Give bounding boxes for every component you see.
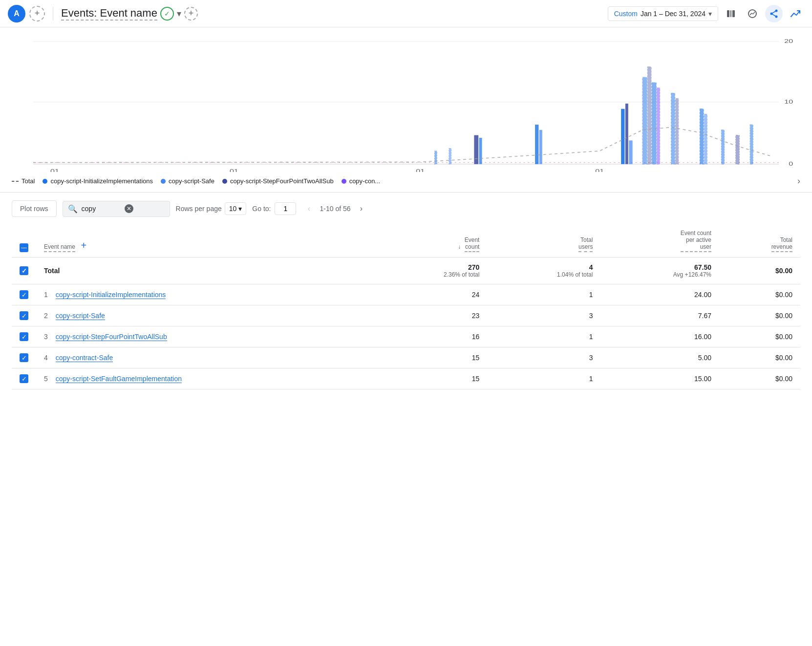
legend-dot-2: [161, 179, 166, 184]
svg-rect-1: [730, 10, 731, 17]
table-row: 3 copy-script-StepFourPointTwoAllSub 16 …: [12, 326, 800, 347]
legend-label-4: copy-con...: [349, 177, 381, 185]
goto-label: Go to:: [252, 205, 271, 213]
legend-item-4: copy-con...: [342, 177, 381, 185]
goto-input[interactable]: 1: [275, 202, 296, 215]
row2-event-name-link[interactable]: copy-script-Safe: [56, 312, 105, 320]
search-clear-button[interactable]: ✕: [125, 204, 133, 213]
row5-event-name-link[interactable]: copy-script-SetFaultGameImplementation: [56, 375, 182, 383]
view-toggle-button[interactable]: [722, 5, 740, 22]
row3-event-name-link[interactable]: copy-script-StepFourPointTwoAllSub: [56, 333, 167, 341]
table-area: Plot rows 🔍 ✕ Rows per page 10 ▾ Go to: …: [0, 193, 812, 397]
add-filter-button[interactable]: +: [184, 7, 198, 21]
svg-rect-31: [621, 109, 624, 164]
insights-button[interactable]: [744, 5, 761, 22]
legend-total-icon: [12, 181, 19, 182]
add-page-button[interactable]: +: [29, 6, 45, 22]
row5-checkbox[interactable]: [20, 374, 28, 383]
svg-line-10: [771, 14, 776, 17]
row4-rank: 4: [44, 354, 48, 362]
row3-checkbox[interactable]: [20, 332, 28, 341]
svg-rect-27: [474, 135, 478, 164]
row2-event-per-user: 7.67: [600, 305, 719, 326]
legend-label-1: copy-script-InitializeImplementations: [50, 177, 153, 185]
row2-total-users: 3: [487, 305, 600, 326]
svg-rect-28: [479, 138, 482, 164]
row4-checkbox[interactable]: [20, 353, 28, 362]
share-button[interactable]: [765, 5, 783, 22]
total-event-per-user-sub: Avg +126.47%: [608, 271, 711, 278]
row1-checkbox[interactable]: [20, 290, 28, 299]
row1-event-name-link[interactable]: copy-script-InitializeImplementations: [56, 291, 166, 299]
event-name-header-label: Event name: [44, 243, 75, 252]
page-title-area: Events: Event name ✓ ▾ +: [61, 7, 604, 21]
pagination-next-button[interactable]: ›: [355, 202, 368, 215]
row5-rank: 5: [44, 375, 48, 383]
row2-rank-cell: 2 copy-script-Safe: [36, 305, 374, 326]
row1-event-count: 24: [374, 284, 487, 305]
svg-rect-39: [676, 98, 679, 164]
legend-item-total: Total: [12, 177, 35, 185]
row4-event-name-link[interactable]: copy-contract-Safe: [56, 354, 113, 362]
select-all-checkbox[interactable]: [20, 243, 28, 252]
total-users-header-label: Totalusers: [578, 237, 593, 252]
row4-revenue: $0.00: [719, 347, 800, 368]
legend-item-1: copy-script-InitializeImplementations: [43, 177, 153, 185]
total-users-sub: 1.04% of total: [495, 271, 593, 278]
svg-rect-41: [704, 114, 707, 164]
row3-checkbox-cell: [12, 326, 36, 347]
row3-rank-cell: 3 copy-script-StepFourPointTwoAllSub: [36, 326, 374, 347]
event-count-per-user-header-label: Event countper activeuser: [681, 230, 711, 252]
header-event-name: Event name +: [36, 225, 374, 258]
pagination-prev-button[interactable]: ‹: [302, 202, 316, 215]
legend-expand-button[interactable]: ›: [797, 176, 800, 186]
add-column-button[interactable]: +: [81, 240, 86, 251]
pagination: ‹ 1-10 of 56 ›: [302, 202, 368, 215]
table-controls: Plot rows 🔍 ✕ Rows per page 10 ▾ Go to: …: [12, 200, 800, 217]
row2-revenue: $0.00: [719, 305, 800, 326]
row1-revenue: $0.00: [719, 284, 800, 305]
total-checkbox[interactable]: [20, 266, 28, 275]
rows-per-page-value: 10: [229, 205, 237, 213]
total-row: Total 270 2.36% of total 4 1.04% of tota…: [12, 258, 800, 284]
trend-button[interactable]: [787, 5, 804, 22]
svg-text:01: 01: [595, 168, 604, 172]
rows-per-page-select[interactable]: 10 ▾: [225, 202, 247, 215]
title-chevron-icon[interactable]: ▾: [177, 8, 181, 19]
row5-revenue: $0.00: [719, 368, 800, 389]
total-event-count-sub: 2.36% of total: [382, 271, 479, 278]
legend-total-label: Total: [21, 177, 35, 185]
total-users-cell: 4 1.04% of total: [487, 258, 600, 284]
svg-point-4: [750, 14, 751, 15]
svg-rect-46: [449, 149, 451, 164]
svg-rect-37: [657, 88, 660, 164]
search-box: 🔍 ✕: [63, 201, 170, 217]
row4-checkbox-cell: [12, 347, 36, 368]
total-event-count-cell: 270 2.36% of total: [374, 258, 487, 284]
total-event-count: 270: [468, 263, 479, 271]
row2-checkbox[interactable]: [20, 311, 28, 320]
legend-label-2: copy-script-Safe: [169, 177, 214, 185]
legend-dot-3: [222, 179, 227, 184]
svg-rect-36: [652, 83, 656, 164]
chart-area: 20 10 0 01 Jan 01 Apr 01 Jul 01 Oct: [0, 27, 812, 193]
row5-checkbox-cell: [12, 368, 36, 389]
plot-rows-button[interactable]: Plot rows: [12, 200, 57, 217]
total-revenue-cell: $0.00: [719, 258, 800, 284]
svg-rect-0: [727, 10, 729, 17]
row1-event-per-user: 24.00: [600, 284, 719, 305]
search-input[interactable]: [82, 205, 121, 213]
svg-rect-45: [435, 151, 437, 164]
row3-rank: 3: [44, 333, 48, 341]
svg-text:10: 10: [784, 98, 793, 105]
legend-item-3: copy-script-StepFourPointTwoAllSub: [222, 177, 334, 185]
sort-down-icon: ↓: [458, 243, 461, 250]
rows-per-page-chevron-icon: ▾: [238, 205, 242, 213]
total-event-per-user-cell: 67.50 Avg +126.47%: [600, 258, 719, 284]
row5-event-per-user: 15.00: [600, 368, 719, 389]
svg-rect-42: [722, 130, 725, 164]
insights-icon: [747, 8, 758, 19]
goto-area: Go to: 1: [252, 202, 296, 215]
date-range-button[interactable]: Custom Jan 1 – Dec 31, 2024 ▾: [608, 6, 718, 21]
svg-text:01: 01: [416, 168, 425, 172]
